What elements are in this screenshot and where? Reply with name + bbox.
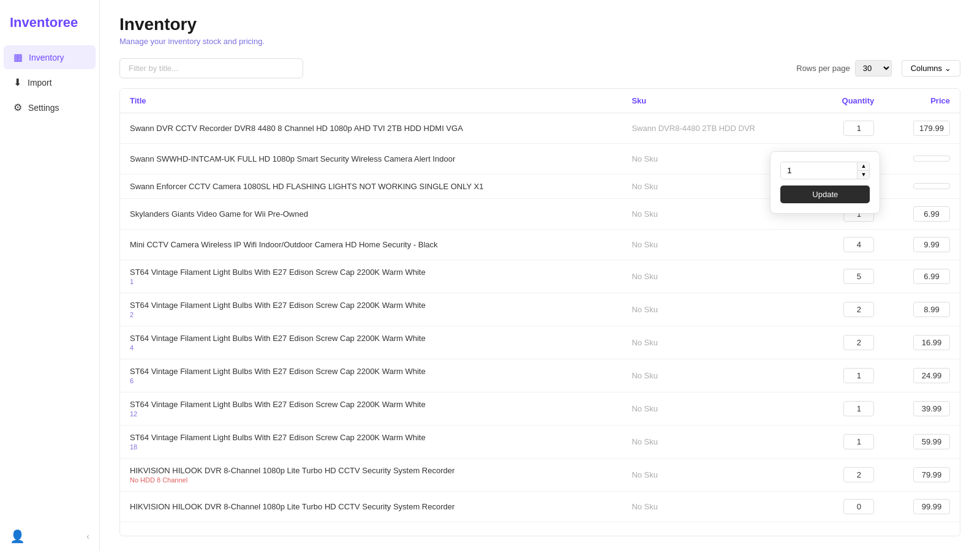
user-avatar-icon[interactable]: 👤 xyxy=(10,529,25,544)
qty-cell: 1 xyxy=(824,434,874,449)
table-row: HIKVISION HILOOK DVR 8-Channel 1080p Lit… xyxy=(120,459,960,492)
cell-quantity: 4 xyxy=(814,230,884,260)
qty-cell: 0 xyxy=(824,499,874,514)
cell-title: Mini CCTV Camera Wireless IP Wifi Indoor… xyxy=(120,230,622,260)
cell-sku: No Sku xyxy=(622,425,814,459)
cell-title: Swann Enforcer CCTV Camera 1080SL HD FLA… xyxy=(120,174,622,199)
sidebar-item-settings[interactable]: ⚙ Settings xyxy=(4,96,96,119)
title-text: Swann Enforcer CCTV Camera 1080SL HD FLA… xyxy=(130,182,483,191)
cell-title: ST64 Vintage Filament Light Bulbs With E… xyxy=(120,392,622,425)
qty-display[interactable]: 1 xyxy=(843,368,874,383)
qty-input[interactable] xyxy=(781,162,857,179)
inventory-table: Title Sku Quantity Price Swann DVR CCTV … xyxy=(120,89,960,522)
table-row: Swann DVR CCTV Recorder DVR8 4480 8 Chan… xyxy=(120,113,960,144)
sidebar-label-settings: Settings xyxy=(28,103,59,113)
qty-display[interactable]: 5 xyxy=(843,269,874,284)
qty-popover: ▲ ▼ Update xyxy=(770,151,880,214)
price-display[interactable]: 8.99 xyxy=(913,302,950,317)
qty-cell: 2 xyxy=(824,335,874,350)
qty-display[interactable]: 4 xyxy=(843,237,874,252)
qty-display[interactable]: 0 xyxy=(843,499,874,514)
title-text: ST64 Vintage Filament Light Bulbs With E… xyxy=(130,400,426,409)
qty-display[interactable]: 2 xyxy=(843,335,874,350)
title-text: ST64 Vintage Filament Light Bulbs With E… xyxy=(130,301,426,310)
qty-edit-container: 1 ▲ ▼ Update xyxy=(824,151,874,167)
qty-cell: 2 xyxy=(824,302,874,317)
columns-chevron-icon: ⌄ xyxy=(944,64,951,73)
table-row: Swann SWWHD-INTCAM-UK FULL HD 1080p Smar… xyxy=(120,144,960,174)
price-display[interactable]: 6.99 xyxy=(913,206,950,222)
table-row: ST64 Vintage Filament Light Bulbs With E… xyxy=(120,326,960,359)
filter-input[interactable] xyxy=(119,58,303,78)
cell-sku: No Sku xyxy=(622,260,814,293)
sidebar-item-import[interactable]: ⬇ Import xyxy=(4,70,96,94)
table-row: ST64 Vintage Filament Light Bulbs With E… xyxy=(120,392,960,425)
cell-sku: No Sku xyxy=(622,293,814,326)
settings-icon: ⚙ xyxy=(13,102,22,113)
table-row: Mini CCTV Camera Wireless IP Wifi Indoor… xyxy=(120,230,960,260)
cell-price: 179.99 xyxy=(884,113,960,144)
title-sub: 12 xyxy=(130,410,612,418)
cell-title: ST64 Vintage Filament Light Bulbs With E… xyxy=(120,359,622,392)
qty-increment-button[interactable]: ▲ xyxy=(858,162,869,171)
sidebar-item-inventory[interactable]: ▦ Inventory xyxy=(4,45,96,69)
table-row: ST64 Vintage Filament Light Bulbs With E… xyxy=(120,293,960,326)
cell-title: Swann DVR CCTV Recorder DVR8 4480 8 Chan… xyxy=(120,113,622,144)
columns-button-label: Columns xyxy=(911,64,942,73)
import-icon: ⬇ xyxy=(13,77,21,88)
price-display[interactable]: 39.99 xyxy=(913,401,950,416)
sidebar-bottom: 👤 ‹ xyxy=(0,522,99,551)
cell-price: 6.99 xyxy=(884,260,960,293)
price-display[interactable]: 59.99 xyxy=(913,434,950,449)
cell-sku: No Sku xyxy=(622,392,814,425)
cell-quantity: 1 xyxy=(814,425,884,459)
inventory-icon: ▦ xyxy=(13,51,23,63)
cell-title: Skylanders Giants Video Game for Wii Pre… xyxy=(120,199,622,230)
qty-display[interactable]: 1 xyxy=(843,434,874,449)
qty-spinner: ▲ ▼ xyxy=(780,162,870,179)
price-display[interactable]: 16.99 xyxy=(913,335,950,350)
price-display[interactable]: 79.99 xyxy=(913,467,950,482)
title-text: HIKVISION HILOOK DVR 8-Channel 1080p Lit… xyxy=(130,502,454,511)
col-title: Title xyxy=(120,89,622,113)
cell-quantity: 5 xyxy=(814,260,884,293)
cell-price: 8.99 xyxy=(884,293,960,326)
qty-display[interactable]: 2 xyxy=(843,467,874,482)
cell-sku: No Sku xyxy=(622,326,814,359)
cell-quantity: 2 xyxy=(814,326,884,359)
toolbar: Rows per page 30 50 100 Columns ⌄ xyxy=(119,58,960,78)
table-body: Swann DVR CCTV Recorder DVR8 4480 8 Chan… xyxy=(120,113,960,522)
title-text: ST64 Vintage Filament Light Bulbs With E… xyxy=(130,334,426,343)
price-display[interactable]: 99.99 xyxy=(913,499,950,514)
col-quantity: Quantity xyxy=(814,89,884,113)
price-display[interactable] xyxy=(913,156,950,162)
cell-price: 59.99 xyxy=(884,425,960,459)
page-title: Inventory xyxy=(119,15,960,34)
qty-display[interactable]: 2 xyxy=(843,302,874,317)
cell-sku: Swann DVR8-4480 2TB HDD DVR xyxy=(622,113,814,144)
title-text: ST64 Vintage Filament Light Bulbs With E… xyxy=(130,367,426,376)
price-display[interactable] xyxy=(913,183,950,189)
price-display[interactable]: 179.99 xyxy=(913,121,950,136)
columns-button[interactable]: Columns ⌄ xyxy=(902,60,960,77)
qty-cell: 1 xyxy=(824,401,874,416)
rows-per-page-select[interactable]: 30 50 100 xyxy=(855,60,892,77)
rows-per-page-control: Rows per page 30 50 100 xyxy=(796,60,891,77)
cell-price xyxy=(884,174,960,199)
table-header: Title Sku Quantity Price xyxy=(120,89,960,113)
price-display[interactable]: 24.99 xyxy=(913,368,950,383)
sidebar-label-inventory: Inventory xyxy=(29,53,64,62)
title-sub: 1 xyxy=(130,278,612,285)
price-display[interactable]: 9.99 xyxy=(913,237,950,252)
update-button[interactable]: Update xyxy=(780,186,870,203)
qty-cell: 1 xyxy=(824,368,874,383)
qty-cell: 4 xyxy=(824,237,874,252)
qty-display[interactable]: 1 xyxy=(843,121,874,136)
collapse-sidebar-icon[interactable]: ‹ xyxy=(86,531,89,541)
price-display[interactable]: 6.99 xyxy=(913,269,950,284)
qty-display[interactable]: 1 xyxy=(843,401,874,416)
title-text: Skylanders Giants Video Game for Wii Pre… xyxy=(130,209,308,219)
main-content: Inventory Manage your inventory stock an… xyxy=(100,0,980,551)
qty-decrement-button[interactable]: ▼ xyxy=(858,171,869,179)
cell-sku: No Sku xyxy=(622,492,814,522)
